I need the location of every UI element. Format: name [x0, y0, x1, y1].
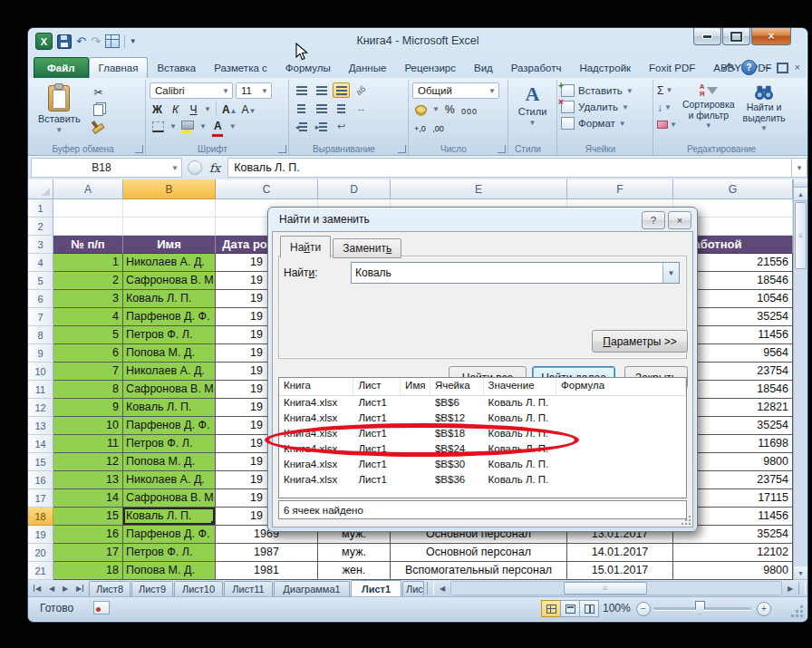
column-header-G[interactable]: G	[673, 179, 793, 199]
sheet-tab-Лист9[interactable]: Лист9	[131, 581, 173, 596]
styles-button[interactable]: A Стили ▼	[512, 82, 553, 129]
page-layout-view-button[interactable]	[560, 600, 580, 617]
row-header-12[interactable]: 12	[28, 399, 53, 417]
styles-dropdown-icon[interactable]: ▼	[529, 119, 536, 127]
cell-A12[interactable]: 9	[53, 399, 123, 417]
column-header-C[interactable]: C	[216, 179, 318, 199]
dialog-close-button[interactable]: ×	[668, 211, 691, 229]
delete-cells-dropdown-icon[interactable]: ▼	[622, 103, 629, 111]
first-sheet-icon[interactable]: ◀	[32, 582, 44, 595]
ribbon-tab-insert[interactable]: Вставка	[148, 57, 205, 78]
copy-button[interactable]	[89, 102, 109, 118]
cell-B14[interactable]: Петров Ф. Л.	[123, 435, 216, 453]
find-what-value[interactable]: Коваль	[352, 263, 662, 283]
cell-A11[interactable]: 8	[53, 381, 123, 399]
cell-B9[interactable]: Попова М. Д.	[123, 344, 216, 363]
name-box[interactable]: B18 ▼	[31, 158, 182, 178]
increase-decimal-button[interactable]: +,0	[412, 120, 428, 134]
cell-B18[interactable]: Коваль Л. П.	[123, 508, 216, 526]
normal-view-button[interactable]	[541, 600, 561, 617]
formula-cancel-enter-icon[interactable]	[188, 160, 202, 175]
ribbon-tab-addins[interactable]: Надстройк	[570, 57, 640, 78]
select-all-corner[interactable]	[28, 179, 53, 199]
cell-A7[interactable]: 4	[53, 308, 123, 326]
ribbon-tab-file[interactable]: Файл	[34, 57, 89, 78]
row-header-11[interactable]: 11	[28, 381, 53, 399]
cell-B5[interactable]: Сафронова В. М.	[123, 272, 216, 290]
insert-cells-button[interactable]: Вставить ▼	[561, 82, 649, 99]
format-cells-button[interactable]: Формат ▼	[561, 115, 649, 131]
comma-style-button[interactable]: 000	[460, 102, 478, 117]
cell-A6[interactable]: 3	[53, 290, 123, 308]
sheet-tab-Лис[interactable]: Лис	[402, 581, 424, 596]
zoom-in-button[interactable]: +	[757, 602, 771, 616]
vscroll-thumb[interactable]: ≡	[795, 202, 807, 269]
row-header-17[interactable]: 17	[28, 489, 53, 508]
row-header-14[interactable]: 14	[28, 435, 53, 453]
zoom-level[interactable]: 100%	[603, 602, 631, 614]
find-select-dropdown-icon[interactable]: ▼	[760, 124, 768, 132]
hscroll-thumb[interactable]: ≡	[564, 582, 647, 595]
row-header-21[interactable]: 21	[28, 562, 53, 580]
last-sheet-icon[interactable]: ▶	[72, 582, 85, 595]
sort-filter-button[interactable]: АЯ Сортировка и фильтр ▼	[680, 82, 738, 133]
column-header-E[interactable]: E	[391, 179, 567, 199]
cell-D21[interactable]: жен.	[318, 562, 391, 580]
clipboard-dialog-launcher-icon[interactable]	[135, 145, 143, 153]
options-button[interactable]: Параметры >>	[592, 330, 688, 353]
zoom-slider-thumb[interactable]	[695, 601, 705, 614]
grow-font-button[interactable]: А▲	[221, 102, 238, 116]
fill-color-button[interactable]	[179, 119, 197, 134]
tab-replace[interactable]: Заменить	[333, 238, 401, 258]
cell-B3[interactable]: Имя	[123, 236, 216, 254]
underline-button[interactable]: Ч	[186, 102, 201, 116]
clear-button[interactable]: ▼	[657, 117, 677, 132]
sheet-tab-Лист11[interactable]: Лист11	[224, 581, 273, 596]
dialog-resize-grip[interactable]	[682, 516, 691, 525]
row-header-7[interactable]: 7	[28, 308, 53, 326]
tab-find[interactable]: Найти	[280, 236, 331, 258]
align-right-button[interactable]	[333, 101, 350, 116]
resize-grip[interactable]	[792, 606, 803, 617]
page-break-view-button[interactable]	[579, 600, 599, 617]
row-header-13[interactable]: 13	[28, 417, 53, 435]
orientation-button[interactable]: аб	[353, 82, 370, 98]
hscroll-right-icon[interactable]: ▶	[784, 582, 797, 595]
row-header-2[interactable]: 2	[28, 218, 53, 236]
cell-A3[interactable]: № п/п	[53, 236, 123, 254]
result-row-B6[interactable]: Книга4.xlsxЛист1$B$6Коваль Л. П.	[279, 396, 686, 411]
column-header-D[interactable]: D	[318, 179, 391, 199]
maximize-button[interactable]	[722, 28, 750, 45]
results-header-0[interactable]: Книга	[279, 378, 353, 395]
cell-B2[interactable]	[123, 218, 216, 236]
cell-B4[interactable]: Николаев А. Д.	[123, 254, 216, 272]
number-dialog-launcher-icon[interactable]	[498, 145, 506, 153]
decrease-decimal-button[interactable]: ,00	[430, 120, 446, 134]
hscroll-left-icon[interactable]: ◀	[436, 582, 449, 595]
cell-E21[interactable]: Вспомогательный персонал	[391, 562, 567, 580]
cell-B10[interactable]: Николаев А. Д.	[123, 363, 216, 381]
sheet-tab-Лист1[interactable]: Лист1	[351, 580, 401, 596]
row-header-4[interactable]: 4	[28, 254, 53, 272]
tab-split-handle[interactable]	[427, 582, 434, 595]
cell-A20[interactable]: 17	[53, 544, 123, 562]
results-header-2[interactable]: Имя	[401, 378, 430, 395]
align-top-button[interactable]	[293, 82, 310, 98]
column-header-A[interactable]: A	[53, 179, 123, 199]
cell-B11[interactable]: Сафронова В. М.	[123, 381, 216, 399]
insert-cells-dropdown-icon[interactable]: ▼	[626, 87, 633, 95]
results-header-1[interactable]: Лист	[353, 378, 401, 395]
paste-button[interactable]: Вставить ▼	[34, 82, 85, 136]
sheet-tab-Диаграмма1[interactable]: Диаграмма1	[274, 581, 350, 596]
ribbon-tab-view[interactable]: Вид	[465, 57, 502, 78]
cell-A5[interactable]: 2	[53, 272, 123, 290]
vertical-scrollbar[interactable]: ▲ ≡ ▼	[793, 179, 807, 580]
cell-C21[interactable]: 1981	[216, 562, 318, 580]
increase-indent-button[interactable]: ▸	[313, 119, 330, 134]
row-header-6[interactable]: 6	[28, 290, 53, 308]
zoom-out-button[interactable]: −	[636, 602, 651, 616]
prev-sheet-icon[interactable]: ◀	[45, 582, 58, 595]
row-header-5[interactable]: 5	[28, 272, 53, 290]
next-sheet-icon[interactable]: ▶	[59, 582, 72, 595]
cell-A4[interactable]: 1	[53, 254, 123, 272]
